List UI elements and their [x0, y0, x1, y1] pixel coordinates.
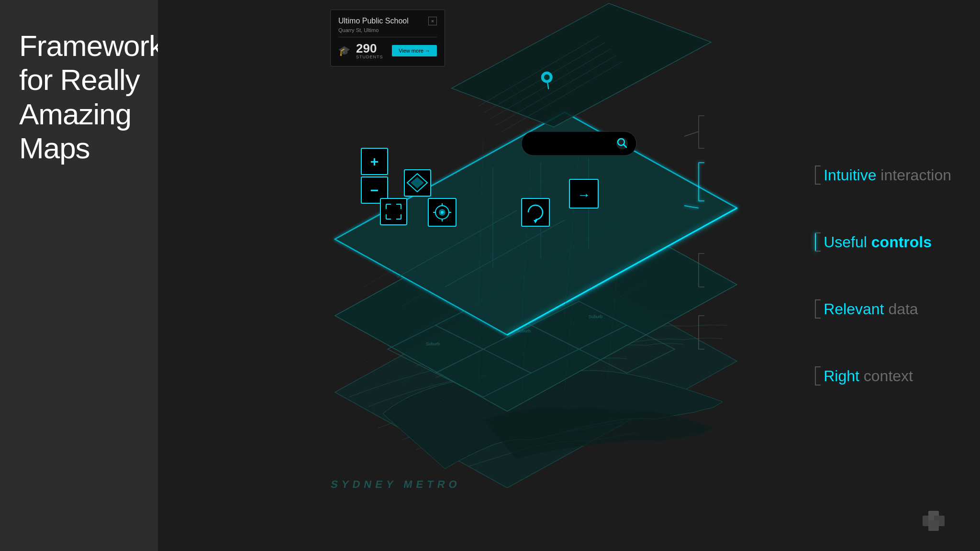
- bracket-relevant: [815, 299, 816, 319]
- layer-toggle-button: [404, 170, 431, 196]
- svg-text:→: →: [577, 187, 590, 202]
- label-relevant-data: Relevant data: [815, 299, 951, 319]
- right-labels: Intuitive interaction Useful controls Re…: [815, 165, 951, 386]
- navigate-button: →: [569, 179, 598, 208]
- label-intuitive-interaction: Intuitive interaction: [815, 165, 951, 185]
- svg-text:Suburb: Suburb: [426, 342, 440, 346]
- svg-text:+: +: [370, 154, 379, 169]
- svg-rect-84: [928, 520, 939, 531]
- popup-card: Ultimo Public School × Quarry St, Ultimo…: [330, 10, 445, 66]
- student-label: STUDENTS: [356, 55, 383, 59]
- view-more-button[interactable]: View more →: [392, 45, 437, 56]
- refresh-button: [522, 198, 549, 226]
- main-content: SYDNEY METRO Suburb Suburb Suburb: [158, 0, 980, 551]
- school-icon: 🎓: [338, 45, 350, 56]
- bracket-intuitive: [815, 165, 816, 185]
- label-text-context: Right context: [824, 367, 913, 385]
- svg-line-67: [684, 132, 699, 136]
- label-right-context: Right context: [815, 366, 951, 386]
- locate-button: [428, 198, 456, 226]
- svg-text:Suburb: Suburb: [589, 314, 602, 319]
- label-text-relevant: Relevant data: [824, 300, 918, 318]
- label-useful-controls: Useful controls: [815, 232, 951, 252]
- label-text-useful: Useful controls: [824, 233, 932, 251]
- bracket-useful: [815, 232, 816, 252]
- search-bar: [522, 132, 636, 155]
- svg-text:SYDNEY METRO: SYDNEY METRO: [330, 478, 462, 490]
- popup-subtitle: Quarry St, Ultimo: [338, 27, 437, 37]
- student-count: 290: [356, 42, 383, 55]
- svg-text:Suburb: Suburb: [517, 329, 531, 333]
- zoom-in-button: +: [361, 148, 388, 175]
- popup-close-button[interactable]: ×: [428, 17, 437, 25]
- popup-title: Ultimo Public School: [338, 17, 409, 25]
- svg-rect-42: [380, 198, 407, 225]
- bracket-context: [815, 366, 816, 386]
- svg-point-54: [441, 211, 444, 214]
- svg-marker-26: [443, 0, 720, 140]
- sidebar: Framework for Really Amazing Maps: [0, 0, 158, 551]
- fullscreen-button: [380, 198, 407, 225]
- svg-text:−: −: [370, 182, 379, 198]
- label-text-intuitive: Intuitive interaction: [824, 166, 951, 184]
- main-title: Framework for Really Amazing Maps: [19, 29, 163, 165]
- logo: [923, 511, 947, 537]
